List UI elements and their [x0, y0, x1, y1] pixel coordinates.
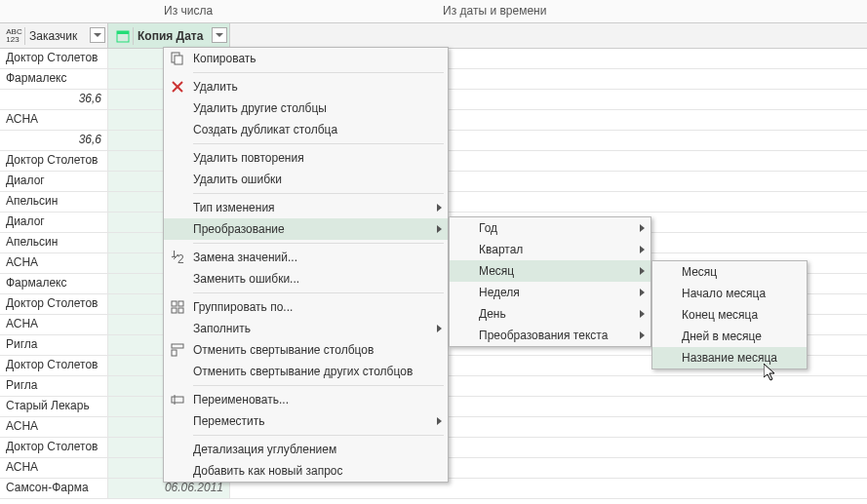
menu-item-label: Заменить ошибки... [193, 272, 299, 286]
cell-customer[interactable]: Фармалекс [0, 69, 108, 89]
cell-customer[interactable]: АСНА [0, 110, 108, 130]
menu-item[interactable]: Преобразования текста [450, 325, 650, 346]
menu-item-label: Добавить как новый запрос [193, 464, 343, 478]
menu-item[interactable]: Добавить как новый запрос [164, 460, 448, 482]
svg-rect-3 [175, 56, 182, 64]
header-cell-customer[interactable]: ABC123 Заказчик [0, 23, 108, 48]
cell-customer[interactable]: Доктор Столетов [0, 294, 108, 314]
menu-item[interactable]: Заполнить [164, 318, 448, 339]
menu-item[interactable]: Месяц [652, 261, 807, 283]
context-menu[interactable]: КопироватьУдалитьУдалить другие столбцыС… [163, 47, 449, 483]
cell-customer[interactable]: АСНА [0, 253, 108, 273]
svg-text:2: 2 [177, 252, 184, 264]
menu-item[interactable]: Удалить другие столбцы [164, 97, 448, 119]
chevron-right-icon [640, 331, 645, 339]
menu-item[interactable]: 12Замена значений... [164, 247, 448, 268]
menu-item[interactable]: Год [450, 217, 650, 239]
menu-item-label: Тип изменения [193, 201, 275, 214]
cell-customer[interactable]: АСНА [0, 458, 108, 478]
svg-rect-14 [172, 397, 183, 403]
menu-item[interactable]: Месяц [450, 260, 650, 282]
cell-customer[interactable]: Апельсин [0, 192, 108, 212]
menu-item-label: Конец месяца [682, 308, 758, 322]
replace-icon: 12 [170, 250, 185, 265]
type-date-icon[interactable] [112, 27, 134, 45]
menu-item-label: Переименовать... [193, 393, 289, 407]
menu-item[interactable]: Копировать [164, 48, 448, 69]
menu-item[interactable]: Детализация углублением [164, 439, 448, 460]
cell-customer[interactable]: 36,6 [0, 90, 108, 109]
menu-item[interactable]: Переименовать... [164, 389, 448, 410]
cell-customer[interactable]: Доктор Столетов [0, 438, 108, 457]
cell-customer[interactable]: АСНА [0, 417, 108, 437]
menu-item[interactable]: Удалить ошибки [164, 169, 448, 190]
menu-item[interactable]: Переместить [164, 410, 448, 432]
menu-item[interactable]: Заменить ошибки... [164, 268, 448, 290]
menu-item-label: Переместить [193, 414, 265, 428]
cell-customer[interactable]: Старый Лекарь [0, 397, 108, 416]
menu-item-label: Удалить ошибки [193, 173, 282, 186]
menu-item[interactable]: Удалить [164, 76, 448, 97]
menu-item[interactable]: Начало месяца [652, 283, 807, 304]
menu-item-label: Детализация углублением [193, 443, 336, 456]
menu-item-label: День [479, 307, 506, 321]
filter-icon[interactable] [212, 27, 227, 43]
menu-item[interactable]: Отменить свертывание столбцов [164, 339, 448, 361]
menu-item[interactable]: Конец месяца [652, 304, 807, 326]
header-cell-copy-date[interactable]: Копия Дата [108, 23, 230, 48]
cell-customer[interactable]: АСНА [0, 315, 108, 334]
menu-item-label: Копировать [193, 52, 256, 65]
cell-customer[interactable]: 36,6 [0, 131, 108, 150]
svg-rect-8 [172, 301, 177, 306]
cell-customer[interactable]: Диалог [0, 172, 108, 191]
chevron-right-icon [640, 310, 645, 318]
menu-item[interactable]: Группировать по... [164, 296, 448, 318]
cell-customer[interactable]: Диалог [0, 213, 108, 232]
menu-separator [193, 143, 444, 144]
cell-customer[interactable]: Ригла [0, 335, 108, 355]
menu-item-label: Удалить [193, 80, 238, 94]
cell-customer[interactable]: Самсон-Фарма [0, 479, 108, 498]
svg-rect-11 [178, 308, 183, 313]
menu-item[interactable]: Квартал [450, 239, 650, 260]
chevron-right-icon [640, 224, 645, 232]
cell-customer[interactable]: Ригла [0, 376, 108, 396]
menu-item[interactable]: Неделя [450, 282, 650, 303]
menu-item[interactable]: Название месяца [652, 347, 807, 368]
menu-item[interactable]: Отменить свертывание других столбцов [164, 361, 448, 382]
menu-item-label: Удалить повторения [193, 151, 304, 165]
menu-item[interactable]: День [450, 303, 650, 325]
ribbon-tab-number[interactable]: Из числа [146, 0, 230, 22]
menu-item-label: Дней в месяце [682, 330, 762, 343]
menu-item-label: Год [479, 221, 497, 235]
cell-customer[interactable]: Доктор Столетов [0, 356, 108, 375]
svg-rect-10 [172, 308, 177, 313]
menu-item[interactable]: Удалить повторения [164, 147, 448, 169]
chevron-right-icon [640, 267, 645, 275]
type-any-icon[interactable]: ABC123 [4, 27, 25, 45]
menu-item-label: Месяц [479, 264, 514, 278]
filter-icon[interactable] [90, 27, 105, 43]
menu-item[interactable]: Дней в месяце [652, 326, 807, 347]
cell-customer[interactable]: Фармалекс [0, 274, 108, 293]
header-label: Заказчик [29, 29, 77, 43]
chevron-right-icon [437, 325, 442, 332]
svg-rect-1 [117, 31, 129, 34]
menu-item[interactable]: Преобразование [164, 218, 448, 240]
copy-icon [170, 51, 185, 66]
menu-item[interactable]: Создать дубликат столбца [164, 119, 448, 140]
submenu-month[interactable]: МесяцНачало месяцаКонец месяцаДней в мес… [651, 260, 808, 369]
submenu-transform[interactable]: ГодКварталМесяцНеделяДеньПреобразования … [449, 216, 651, 347]
menu-item-label: Преобразования текста [479, 329, 608, 342]
menu-separator [193, 243, 444, 244]
ribbon-tab-datetime[interactable]: Из даты и времени [425, 0, 564, 22]
cell-customer[interactable]: Доктор Столетов [0, 151, 108, 171]
menu-separator [193, 435, 444, 436]
chevron-right-icon [437, 417, 442, 425]
menu-item-label: Замена значений... [193, 251, 297, 264]
menu-item[interactable]: Тип изменения [164, 197, 448, 218]
header-row: ABC123 Заказчик Копия Дата [0, 23, 867, 49]
menu-separator [193, 72, 444, 73]
cell-customer[interactable]: Апельсин [0, 233, 108, 252]
cell-customer[interactable]: Доктор Столетов [0, 49, 108, 68]
